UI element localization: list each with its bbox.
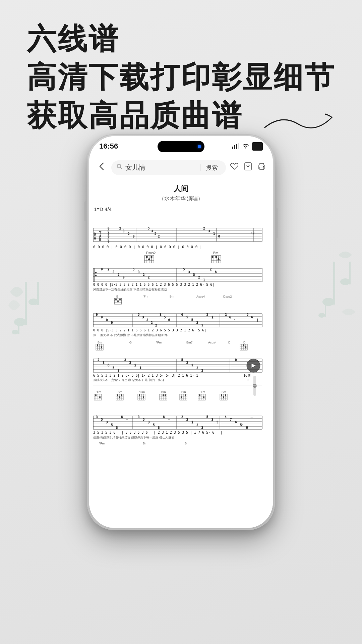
dynamic-island: [158, 141, 204, 152]
chord-row-2: G ᶠFm Bm Asus4 Dsus2: [114, 295, 232, 304]
svg-text:2: 2: [148, 276, 149, 279]
svg-text:D: D: [243, 341, 246, 344]
headline-line1: 六线谱: [27, 20, 335, 58]
search-divider: [200, 164, 200, 171]
svg-text:3: 3: [193, 273, 195, 276]
svg-line-17: [120, 167, 122, 169]
svg-text:2: 2: [118, 273, 119, 276]
svg-text:2: 2: [134, 364, 136, 367]
svg-point-244: [121, 394, 122, 396]
svg-text:6: 6: [235, 421, 237, 424]
svg-point-79: [216, 256, 217, 258]
svg-rect-1: [25, 282, 27, 325]
svg-text:0: 0: [235, 358, 237, 362]
svg-text:Em7: Em7: [186, 341, 193, 344]
svg-text:0: 0: [101, 316, 103, 319]
svg-text:2: 2: [143, 273, 144, 276]
svg-text:5: 5: [143, 418, 144, 421]
svg-text:B: B: [185, 442, 187, 445]
svg-text:但愿你的眼睛    只看得到笑容    但愿你流下每一滴泪 : 但愿你的眼睛 只看得到笑容 但愿你流下每一滴泪 都让人感动: [93, 436, 174, 439]
back-button[interactable]: [96, 159, 107, 176]
svg-text:1: 1: [191, 421, 193, 424]
svg-point-2: [28, 299, 39, 305]
svg-rect-9: [349, 262, 351, 284]
svg-text:1: 1: [203, 278, 205, 282]
svg-point-269: [185, 394, 186, 396]
svg-point-70: [151, 256, 153, 258]
svg-text:3: 3: [188, 270, 190, 274]
status-bar: 16:56: [89, 136, 273, 156]
svg-text:5: 5: [186, 316, 188, 319]
svg-point-261: [165, 394, 166, 396]
svg-text:1: 1: [103, 361, 104, 364]
chord-row-3: Bm G ᶠFm Em7 Asus4 D D: [96, 341, 247, 350]
svg-point-286: [223, 396, 224, 398]
svg-text:2: 2: [155, 324, 157, 327]
svg-rect-11: [325, 302, 326, 317]
svg-text:2: 2: [151, 321, 153, 324]
svg-text:3: 3: [124, 358, 126, 362]
phone-screen: 16:56: [89, 136, 273, 528]
favorite-icon[interactable]: [230, 162, 239, 173]
search-button[interactable]: 搜索: [203, 164, 221, 172]
song-title: 人间: [94, 184, 268, 194]
svg-rect-3: [37, 282, 39, 305]
svg-text:3: 3: [151, 229, 153, 233]
svg-text:i: i: [225, 415, 227, 419]
svg-point-243: [117, 394, 118, 396]
search-icon: [117, 164, 123, 171]
download-icon[interactable]: [244, 162, 252, 173]
svg-text:ᶠFm: ᶠFm: [143, 295, 148, 298]
svg-text:ᶠFm: ᶠFm: [200, 390, 205, 394]
svg-point-92: [95, 275, 97, 276]
svg-text:3 5 3 5 3 6 –  | 3 5 3 5 3 6 –: 3 5 3 5 3 6 – | 3 5 3 5 3 6 – | 2 3 1 2 …: [93, 431, 222, 435]
svg-text:2: 2: [210, 268, 212, 271]
svg-text:–: –: [168, 418, 170, 421]
svg-text:3: 3: [186, 361, 188, 364]
svg-rect-12: [232, 147, 233, 149]
svg-point-8: [340, 278, 350, 285]
svg-point-126: [119, 299, 121, 300]
svg-point-277: [203, 396, 204, 398]
svg-point-68: [146, 256, 148, 258]
svg-text:5: 5: [217, 421, 218, 424]
svg-text:1: 1: [212, 316, 213, 319]
svg-point-80: [218, 259, 220, 260]
svg-text:0: 0: [247, 378, 248, 382]
svg-rect-15: [238, 143, 239, 149]
svg-point-125: [117, 301, 119, 302]
svg-text:2: 2: [198, 276, 200, 279]
svg-point-178: [97, 344, 98, 346]
svg-text:ᶠFm: ᶠFm: [139, 390, 145, 394]
battery-level: 80: [252, 142, 263, 151]
svg-point-6: [322, 298, 335, 306]
search-query: 女儿情: [125, 163, 197, 172]
svg-point-91: [95, 272, 97, 273]
status-icons: 80: [232, 142, 263, 151]
deco-note-right: [315, 252, 359, 327]
search-input-box[interactable]: 女儿情 搜索: [111, 160, 226, 175]
svg-text:5: 5: [181, 358, 183, 362]
sheet-music-area: 人间 （水木年华 演唱） 1=D 4/4: [89, 179, 273, 528]
print-icon[interactable]: [257, 162, 266, 173]
svg-text:Bm: Bm: [222, 390, 226, 394]
svg-point-10: [318, 313, 325, 318]
svg-point-236: [99, 396, 101, 398]
svg-point-187: [245, 346, 246, 348]
svg-text:Bm: Bm: [143, 442, 147, 445]
status-time: 16:56: [99, 142, 118, 151]
svg-text:2: 2: [128, 232, 129, 235]
svg-text:16速: 16速: [243, 374, 251, 377]
svg-text:2: 2: [225, 313, 227, 316]
svg-text:3: 3: [138, 415, 139, 419]
svg-text:3: 3: [113, 270, 114, 274]
svg-text:6: 6: [181, 313, 183, 316]
svg-text:风雨过后不一定有美好的天空    不是天晴就会有彩虹    : 风雨过后不一定有美好的天空 不是天晴就会有彩虹 而这: [93, 288, 167, 291]
svg-text:G: G: [116, 295, 118, 298]
svg-point-252: [139, 394, 140, 396]
svg-point-78: [212, 256, 214, 258]
svg-text:3: 3: [138, 270, 139, 274]
svg-text:Bm: Bm: [213, 251, 218, 255]
svg-text:5: 5: [183, 268, 185, 271]
svg-text:5: 5: [101, 418, 103, 421]
